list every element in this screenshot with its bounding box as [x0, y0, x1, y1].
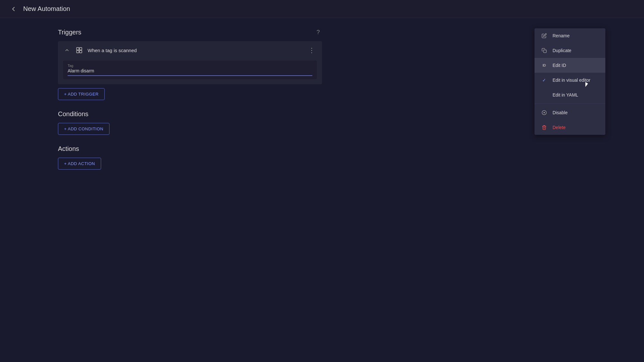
- menu-item-duplicate[interactable]: Duplicate: [535, 43, 605, 58]
- trigger-card-left: When a tag is scanned: [63, 46, 137, 55]
- svg-rect-0: [77, 48, 79, 50]
- page-title: New Automation: [23, 5, 70, 13]
- back-button[interactable]: [8, 3, 19, 15]
- tag-field-label: Tag: [68, 64, 312, 68]
- menu-edit-visual-label: Edit in visual editor: [553, 78, 599, 83]
- triggers-section-header: Triggers ?: [58, 28, 322, 36]
- tag-field-value: Alarm disarm: [68, 68, 312, 73]
- menu-rename-label: Rename: [553, 33, 599, 38]
- svg-rect-2: [77, 51, 79, 53]
- conditions-section-header: Conditions: [58, 110, 322, 118]
- menu-edit-yaml-label: Edit in YAML: [553, 92, 599, 97]
- id-icon: ID: [541, 62, 547, 69]
- menu-item-delete[interactable]: Delete: [535, 120, 605, 135]
- menu-item-disable[interactable]: Disable: [535, 105, 605, 120]
- svg-rect-4: [544, 50, 546, 53]
- copy-icon: [541, 47, 547, 54]
- add-trigger-button[interactable]: + ADD TRIGGER: [58, 88, 105, 100]
- pencil-icon: [541, 32, 547, 39]
- disable-icon: [541, 109, 547, 116]
- menu-duplicate-label: Duplicate: [553, 48, 599, 53]
- tag-field[interactable]: Tag Alarm disarm: [63, 60, 317, 79]
- svg-rect-1: [80, 48, 82, 50]
- menu-item-rename[interactable]: Rename: [535, 28, 605, 43]
- actions-title: Actions: [58, 145, 79, 153]
- tag-field-wrapper: Tag Alarm disarm: [58, 59, 322, 84]
- actions-section: Actions + ADD ACTION: [58, 145, 322, 170]
- menu-disable-label: Disable: [553, 110, 599, 115]
- help-icon[interactable]: ?: [314, 28, 322, 36]
- trash-icon: [541, 124, 547, 131]
- collapse-button[interactable]: [63, 46, 71, 54]
- menu-divider: [535, 104, 605, 104]
- app-header: New Automation: [0, 0, 644, 18]
- actions-section-header: Actions: [58, 145, 322, 153]
- add-condition-button[interactable]: + ADD CONDITION: [58, 123, 109, 135]
- triggers-title: Triggers: [58, 29, 81, 36]
- menu-edit-id-label: Edit ID: [553, 63, 599, 68]
- menu-item-edit-visual[interactable]: ✓ Edit in visual editor: [535, 73, 605, 88]
- menu-item-edit-yaml[interactable]: Edit in YAML: [535, 88, 605, 102]
- menu-delete-label: Delete: [553, 125, 599, 130]
- conditions-section: Conditions + ADD CONDITION: [58, 110, 322, 135]
- conditions-title: Conditions: [58, 110, 89, 118]
- more-options-button[interactable]: ⋮: [307, 45, 317, 55]
- trigger-label: When a tag is scanned: [88, 48, 137, 53]
- tag-field-underline: [68, 75, 312, 76]
- triggers-section: Triggers ?: [58, 28, 322, 100]
- tag-icon: [75, 46, 84, 55]
- add-action-button[interactable]: + ADD ACTION: [58, 158, 101, 170]
- check-icon: ✓: [541, 77, 547, 83]
- svg-rect-3: [80, 51, 82, 53]
- yaml-spacer-icon: [541, 92, 547, 98]
- trigger-card-header: When a tag is scanned ⋮: [58, 41, 322, 59]
- context-menu: Rename Duplicate ID Edit ID ✓ Edit in vi…: [535, 28, 605, 135]
- menu-item-edit-id[interactable]: ID Edit ID: [535, 58, 605, 73]
- trigger-card: When a tag is scanned ⋮ Tag Alarm disarm: [58, 41, 322, 84]
- svg-point-6: [544, 112, 545, 113]
